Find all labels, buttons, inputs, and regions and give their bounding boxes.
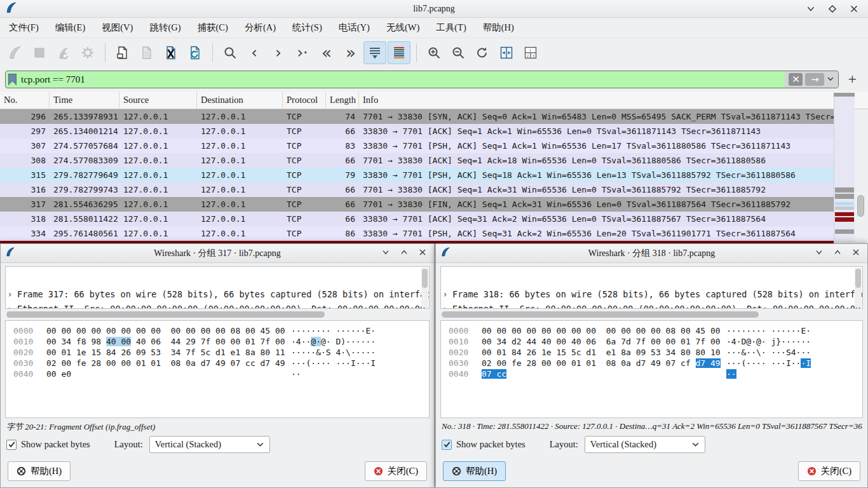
protocol-tree[interactable]: ›Frame 317: 66 bytes on wire (528 bits),… [5, 266, 430, 309]
menu-item[interactable]: 视图(V) [97, 20, 138, 36]
packet-list-scrollbar-thumb[interactable] [857, 195, 864, 217]
menu-item[interactable]: 帮助(H) [478, 20, 519, 36]
menu-item[interactable]: 无线(W) [381, 20, 424, 36]
packet-row[interactable]: 315279.782779649127.0.0.1127.0.0.1TCP793… [0, 168, 834, 182]
expander-icon[interactable]: › [444, 302, 452, 309]
packet-row[interactable]: 334295.761480561127.0.0.1127.0.0.1TCP863… [0, 226, 834, 241]
menu-item[interactable]: 分析(A) [240, 20, 281, 36]
tree-row[interactable]: ›Ethernet II, Src: 00:00:00_00:00:00 (00… [6, 302, 429, 309]
go-to-packet-icon[interactable]: ›· [291, 41, 314, 64]
hex-line[interactable]: 001000 34 f8 98 40 00 40 06 44 29 7f 00 … [13, 336, 429, 347]
layout-select[interactable]: Vertical (Stacked) [149, 436, 270, 453]
expander-icon[interactable]: › [444, 287, 452, 302]
close-file-icon[interactable] [159, 41, 182, 64]
hex-line[interactable]: 004007 cc·· [449, 369, 862, 379]
minimize-icon[interactable] [804, 3, 817, 15]
menu-item[interactable]: 文件(F) [4, 20, 44, 36]
maximize-icon[interactable] [826, 3, 839, 15]
protocol-tree[interactable]: ›Frame 318: 66 bytes on wire (528 bits),… [440, 266, 863, 309]
hex-line[interactable]: 002000 01 1e 15 84 26 09 53 34 7f 5c d1 … [13, 347, 429, 358]
dialog-close-icon[interactable] [417, 247, 428, 260]
hex-dump[interactable]: 000000 00 00 00 00 00 00 00 00 00 00 00 … [5, 320, 430, 418]
packet-row[interactable]: 318281.558011422127.0.0.1127.0.0.1TCP663… [0, 212, 834, 226]
dialog-maximize-icon[interactable] [399, 247, 409, 260]
stop-capture-icon[interactable] [28, 41, 51, 64]
tree-row[interactable]: ›Frame 317: 66 bytes on wire (528 bits),… [6, 287, 429, 302]
hex-line[interactable]: 000000 00 00 00 00 00 00 00 00 00 00 00 … [13, 325, 429, 336]
tree-horizontal-scrollbar[interactable] [5, 311, 430, 318]
column-header-length[interactable]: Length [326, 92, 359, 109]
menu-item[interactable]: 电话(Y) [334, 20, 375, 36]
filter-text[interactable]: tcp.port == 7701 [17, 74, 85, 85]
resize-columns-icon[interactable] [495, 41, 518, 64]
column-header-protocol[interactable]: Protocol [283, 92, 326, 109]
column-header-time[interactable]: Time [50, 92, 119, 109]
go-last-icon[interactable]: » [339, 41, 362, 64]
dialog-maximize-icon[interactable] [832, 247, 843, 260]
close-button[interactable]: 关闭(C) [365, 461, 427, 481]
column-header-source[interactable]: Source [119, 92, 197, 109]
menu-item[interactable]: 捕获(C) [193, 20, 233, 36]
go-forward-icon[interactable]: › [267, 41, 290, 64]
zoom-in-icon[interactable] [423, 41, 445, 64]
tree-row[interactable]: ›Frame 318: 66 bytes on wire (528 bits),… [441, 287, 862, 302]
dialog-minimize-icon[interactable] [381, 247, 391, 260]
tree-vertical-scrollbar[interactable] [855, 268, 862, 308]
close-button[interactable]: 关闭(C) [798, 461, 860, 481]
column-header-destination[interactable]: Destination [197, 92, 283, 109]
hex-line[interactable]: 000000 00 00 00 00 00 00 00 00 00 00 00 … [449, 325, 862, 336]
find-packet-icon[interactable] [219, 41, 241, 64]
packet-minimap-scrollbar[interactable] [834, 97, 855, 242]
packet-row[interactable]: 308274.577083309127.0.0.1127.0.0.1TCP667… [0, 153, 834, 168]
filter-bookmark-icon[interactable] [8, 74, 17, 86]
dialog-minimize-icon[interactable] [814, 247, 824, 260]
expander-icon[interactable]: › [8, 302, 17, 309]
packet-row[interactable]: 297265.134001214127.0.0.1127.0.0.1TCP663… [0, 124, 834, 139]
save-file-icon[interactable] [135, 41, 158, 64]
packet-row[interactable]: 316279.782799743127.0.0.1127.0.0.1TCP667… [0, 182, 834, 197]
tree-row[interactable]: ›Ethernet II, Src: 00:00:00_00:00:00 (00… [441, 302, 862, 309]
apply-filter-icon[interactable]: → [805, 73, 824, 86]
display-filter-input[interactable]: tcp.port == 7701 ✕ → [5, 71, 839, 88]
hex-line[interactable]: 004000 e0·· [13, 369, 429, 379]
menu-item[interactable]: 跳转(G) [144, 20, 186, 36]
fit-columns-icon[interactable]: 123 [519, 41, 542, 64]
restart-capture-icon[interactable] [52, 41, 75, 64]
packet-row[interactable]: 307274.577057684127.0.0.1127.0.0.1TCP833… [0, 139, 834, 153]
expander-icon[interactable]: › [8, 287, 17, 302]
filter-dropdown-chevron-icon[interactable] [827, 74, 834, 85]
tree-horizontal-scrollbar[interactable] [440, 311, 863, 318]
packet-row[interactable]: 317281.554636295127.0.0.1127.0.0.1TCP667… [0, 197, 834, 212]
show-packet-bytes-checkbox[interactable] [442, 440, 452, 450]
menu-item[interactable]: 统计(S) [287, 20, 327, 36]
dialog-close-icon[interactable] [851, 247, 861, 260]
capture-options-icon[interactable] [76, 41, 99, 64]
column-header-info[interactable]: Info [359, 92, 868, 109]
zoom-reset-icon[interactable] [471, 41, 494, 64]
show-packet-bytes-checkbox[interactable] [6, 440, 17, 450]
hex-line[interactable]: 003002 00 fe 28 00 00 01 01 08 0a d7 49 … [449, 358, 862, 369]
help-button[interactable]: 帮助(H) [8, 461, 71, 481]
start-capture-icon[interactable] [4, 41, 27, 64]
hex-line[interactable]: 001000 34 d2 44 40 00 40 06 6a 7d 7f 00 … [449, 336, 862, 347]
auto-scroll-icon[interactable] [363, 41, 386, 64]
colorize-icon[interactable] [388, 41, 410, 64]
hex-line[interactable]: 003002 00 fe 28 00 00 01 01 08 0a d7 49 … [13, 358, 429, 369]
layout-select[interactable]: Vertical (Stacked) [585, 436, 705, 453]
add-filter-button[interactable]: + [845, 71, 863, 88]
clear-filter-icon[interactable]: ✕ [789, 73, 803, 86]
open-file-icon[interactable] [111, 41, 134, 64]
go-first-icon[interactable]: « [315, 41, 338, 64]
go-back-icon[interactable]: ‹ [243, 41, 266, 64]
menu-item[interactable]: 工具(T) [431, 20, 471, 36]
menu-item[interactable]: 编辑(E) [50, 20, 91, 36]
help-button[interactable]: 帮助(H) [443, 461, 506, 481]
tree-vertical-scrollbar[interactable] [421, 268, 428, 308]
packet-row[interactable]: 296265.133978931127.0.0.1127.0.0.1TCP747… [0, 109, 834, 124]
hex-line[interactable]: 002000 01 84 26 1e 15 5c d1 e1 8a 09 53 … [449, 347, 862, 358]
hex-dump[interactable]: 000000 00 00 00 00 00 00 00 00 00 00 00 … [440, 320, 863, 418]
zoom-out-icon[interactable] [447, 41, 470, 64]
close-window-icon[interactable] [848, 3, 860, 15]
column-header-no[interactable]: No. [0, 92, 50, 109]
reload-file-icon[interactable] [184, 41, 207, 64]
